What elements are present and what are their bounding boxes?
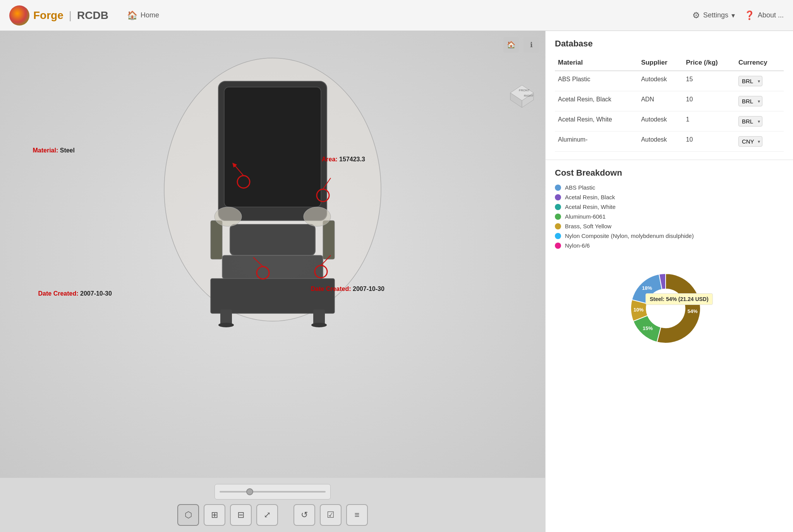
tool-check-button[interactable]: ☑ [320,504,342,526]
cell-supplier: Autodesk [638,111,683,132]
legend-label: Nylon Composite (Nylon, molybdenum disul… [565,233,694,239]
legend-dot [555,223,561,229]
main-layout: 🏠 ℹ FRONT RIGHT [0,31,793,532]
cell-currency[interactable]: BRL USD CNY EUR [735,132,784,152]
legend-item: Brass, Soft Yellow [555,223,784,229]
legend-label: Aluminum-6061 [565,213,606,220]
svg-rect-10 [211,279,335,313]
svg-rect-8 [230,224,315,255]
col-material: Material [555,55,638,71]
slider-thumb [246,488,253,495]
legend-label: Brass, Soft Yellow [565,223,611,229]
donut-label: 54% [687,308,697,314]
legend-item: Acetal Resin, White [555,204,784,210]
app-separator: | [69,9,72,22]
viewer-home-button[interactable]: 🏠 [503,37,519,53]
col-currency: Currency [735,55,784,71]
col-price: Price (/kg) [683,55,735,71]
annotation-area-value: 157423.3 [339,156,365,163]
cell-material: Aluminum- [555,132,638,152]
cell-supplier: Autodesk [638,71,683,91]
cost-breakdown-section: Cost Breakdown ABS Plastic Acetal Resin,… [546,159,793,359]
legend-label: ABS Plastic [565,184,595,191]
viewer-info-button[interactable]: ℹ [524,37,539,53]
cell-currency[interactable]: BRL USD CNY EUR [735,71,784,91]
home-label: Home [141,11,159,19]
donut-chart-container: 54%15%10%18% Steel: 54% (21.24 USD) [615,258,724,351]
annotation-date2-value: 2007-10-30 [80,290,112,297]
cost-breakdown-title: Cost Breakdown [555,168,784,178]
cell-price: 10 [683,91,735,111]
viewer-bottom: ⬡ ⊞ ⊟ ⤢ ↺ ☑ ≡ [0,478,545,532]
tool-tree-button[interactable]: ⊞ [204,504,225,526]
table-row: ABS Plastic Autodesk 15 BRL USD CNY EUR [555,71,784,91]
cell-price: 15 [683,71,735,91]
legend-list: ABS Plastic Acetal Resin, Black Acetal R… [555,184,784,249]
svg-point-13 [218,323,234,327]
about-label: About ... [758,11,784,19]
legend-item: Acetal Resin, Black [555,194,784,200]
app-subtitle: RCDB [77,9,108,22]
legend-item: Nylon Composite (Nylon, molybdenum disul… [555,233,784,239]
col-supplier: Supplier [638,55,683,71]
legend-item: Aluminum-6061 [555,213,784,220]
currency-select[interactable]: BRL USD CNY EUR [738,136,762,147]
home-icon: 🏠 [127,10,137,21]
legend-dot [555,204,561,210]
about-button[interactable]: ❓ About ... [744,10,784,21]
viewer-canvas[interactable]: 🏠 ℹ FRONT RIGHT [0,31,545,478]
donut-chart: 54%15%10%18% [615,258,724,351]
legend-dot [555,185,561,191]
legend-label: Nylon-6/6 [565,242,590,249]
svg-rect-16 [323,221,335,259]
legend-item: ABS Plastic [555,184,784,191]
cell-price: 1 [683,111,735,132]
annotation-date1: Date Created: 2007-10-30 [311,286,384,293]
cell-price: 10 [683,132,735,152]
legend-dot [555,243,561,249]
nav-home-link[interactable]: 🏠 Home [127,10,159,21]
app-title: Forge [33,9,64,22]
forge-logo-icon [9,5,29,26]
svg-rect-7 [224,87,321,207]
annotation-date1-value: 2007-10-30 [353,286,384,292]
tool-explode-button[interactable]: ⤢ [256,504,278,526]
tool-menu-button[interactable]: ≡ [346,504,368,526]
annotation-area-key: Area: [322,156,339,163]
help-icon: ❓ [744,10,755,21]
legend-item: Nylon-6/6 [555,242,784,249]
currency-select[interactable]: BRL USD CNY EUR [738,76,762,86]
tool-reset-button[interactable]: ↺ [294,504,315,526]
settings-label: Settings [703,11,728,19]
donut-label: 10% [633,307,644,313]
annotation-date2-key: Date Created: [38,290,80,297]
tool-layers-button[interactable]: ⊟ [230,504,252,526]
legend-label: Acetal Resin, Black [565,194,615,200]
tool-3d-button[interactable]: ⬡ [177,504,199,526]
explode-slider[interactable] [215,484,331,499]
svg-text:FRONT: FRONT [519,89,530,92]
header: Forge | RCDB 🏠 Home ⚙ Settings ▾ ❓ About… [0,0,793,31]
cell-material: Acetal Resin, White [555,111,638,132]
cell-material: Acetal Resin, Black [555,91,638,111]
cell-currency[interactable]: BRL USD CNY EUR [735,91,784,111]
svg-rect-15 [211,221,222,259]
database-tbody: ABS Plastic Autodesk 15 BRL USD CNY EUR … [555,71,784,152]
settings-button[interactable]: ⚙ Settings ▾ [692,10,735,21]
slider-track [220,491,326,493]
donut-center [647,290,684,327]
donut-label: 18% [642,285,652,291]
annotation-date2: Date Created: 2007-10-30 [38,290,112,297]
currency-select[interactable]: BRL USD CNY EUR [738,96,762,106]
legend-dot [555,233,561,239]
currency-select[interactable]: BRL USD CNY EUR [738,116,762,127]
right-panel: Database Material Supplier Price (/kg) C… [545,31,793,532]
legend-label: Acetal Resin, White [565,204,616,210]
settings-chevron-icon: ▾ [731,11,735,20]
table-row: Acetal Resin, Black ADN 10 BRL USD CNY E… [555,91,784,111]
viewer-topbar: 🏠 ℹ [503,37,539,53]
cell-currency[interactable]: BRL USD CNY EUR [735,111,784,132]
gear-icon: ⚙ [692,10,700,21]
svg-text:RIGHT: RIGHT [524,94,534,98]
annotation-material-key: Material: [33,147,60,154]
